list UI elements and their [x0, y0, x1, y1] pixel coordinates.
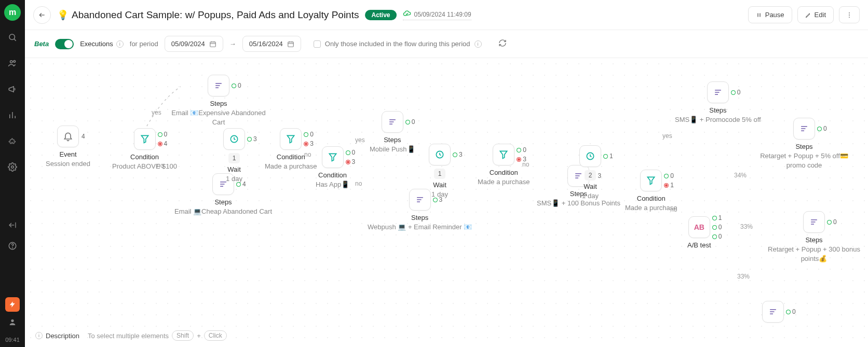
node-label: Steps	[805, 236, 822, 244]
node-sublabel: Product ABOVE $100	[112, 162, 177, 171]
flow-canvas[interactable]: yes no no yes no no yes no 34% 33% 33% 4…	[25, 58, 868, 347]
app-logo[interactable]: m	[4, 4, 21, 21]
power-icon[interactable]	[5, 297, 20, 312]
node-label: Steps	[384, 136, 401, 144]
date-from-value: 05/09/2024	[171, 40, 205, 48]
description-toggle[interactable]: i Description	[35, 332, 79, 340]
node-condition-made-purchase-a[interactable]: 0 3 Condition Made a purchase	[265, 128, 317, 171]
saved-timestamp[interactable]: 05/09/2024 11:49:09	[403, 9, 471, 20]
svg-marker-27	[141, 135, 148, 143]
funnel-icon	[139, 133, 151, 145]
node-label: Wait	[227, 165, 241, 173]
node-wait-1day-c[interactable]: 1 2 Wait 1 day	[579, 145, 601, 201]
pause-button[interactable]: Pause	[748, 6, 792, 23]
calendar-icon	[209, 40, 216, 48]
node-label: Event	[59, 150, 76, 158]
node-condition-made-purchase-c[interactable]: 0 1 Condition Made a purchase	[625, 170, 677, 213]
filter-bar: Beta Executions i for period 05/09/2024 …	[25, 30, 868, 58]
beta-toggle[interactable]	[55, 39, 74, 49]
node-ab-test[interactable]: AB 1 0 0 A/B test	[687, 216, 711, 249]
wait-badge: 1	[228, 153, 240, 163]
sidebar-clock: 09:41	[5, 337, 20, 343]
megaphone-icon[interactable]	[6, 83, 19, 95]
list-icon	[712, 87, 724, 98]
saved-date-text: 05/09/2024 11:49:09	[414, 11, 471, 18]
svg-point-2	[10, 61, 13, 63]
node-steps-retarget-300bonus[interactable]: 0 Steps Retarget + Popup + 300 bonus poi…	[767, 211, 861, 263]
flow-connectors	[25, 58, 181, 136]
back-button[interactable]	[33, 6, 51, 24]
list-icon	[798, 123, 810, 134]
node-wait-1day-a[interactable]: 3 1 Wait 1 day	[223, 128, 245, 184]
edit-button[interactable]: Edit	[797, 6, 834, 23]
svg-marker-49	[648, 177, 655, 184]
svg-marker-36	[329, 154, 336, 161]
svg-marker-44	[500, 151, 507, 158]
node-sublabel: Made a purchase	[625, 203, 677, 213]
node-label: Condition	[637, 195, 666, 202]
funnel-icon	[285, 133, 296, 145]
info-icon: i	[35, 332, 43, 339]
edge-label-yes: yes	[355, 136, 365, 144]
for-period-label: for period	[130, 40, 158, 48]
calendar-icon	[287, 40, 294, 48]
analytics-icon[interactable]	[6, 109, 19, 121]
info-icon[interactable]: i	[474, 40, 482, 48]
svg-point-11	[12, 247, 13, 248]
only-included-label: Only those included in the flow during t…	[325, 40, 470, 48]
node-label: Wait	[584, 183, 597, 190]
node-steps-sms-promo[interactable]: 0 Steps SMS📱 + Promocode 5% off	[675, 81, 761, 124]
node-condition-product-above-100[interactable]: 0 4 Condition Product ABOVE $100	[112, 128, 177, 171]
funnel-icon	[327, 151, 338, 163]
svg-point-7	[11, 166, 14, 169]
settings-icon[interactable]	[6, 161, 19, 173]
app-sidebar: m 09:41	[0, 0, 25, 347]
node-steps-sms-bonus[interactable]: 3 Steps SMS📱 + 100 Bonus Points	[537, 165, 620, 208]
node-sublabel: Mobile Push📱	[370, 145, 415, 154]
key-click: Click	[204, 330, 227, 341]
users-icon[interactable]	[6, 57, 19, 70]
node-sublabel: 1 day	[226, 174, 242, 184]
refresh-button[interactable]	[498, 39, 507, 49]
node-label: Steps	[214, 198, 232, 206]
node-condition-has-app[interactable]: 0 3 Condition Has App📱	[316, 146, 349, 189]
edge-label-no: no	[355, 180, 362, 187]
wait-badge: 1	[434, 169, 446, 179]
collapse-icon[interactable]	[6, 219, 19, 231]
date-from-input[interactable]: 05/09/2024	[165, 36, 223, 52]
node-steps-mobile-push[interactable]: 0 Steps Mobile Push📱	[370, 111, 415, 154]
list-icon	[213, 80, 224, 91]
search-icon[interactable]	[6, 31, 19, 44]
node-steps-webpush-email[interactable]: 3 Steps Webpush 💻 + Email Reminder 📧	[368, 189, 472, 232]
only-included-checkbox[interactable]: Only those included in the flow during t…	[314, 40, 482, 48]
node-steps-end[interactable]: 0	[762, 301, 784, 323]
node-steps-email-expensive[interactable]: 0 Steps Email 📧Expensive Abandoned Cart	[169, 75, 268, 127]
node-sublabel: 1 day	[582, 191, 599, 201]
more-menu-button[interactable]	[839, 6, 860, 23]
date-to-value: 05/16/2024	[249, 40, 283, 48]
description-label: Description	[46, 332, 79, 340]
puzzle-icon[interactable]	[6, 135, 19, 147]
help-icon[interactable]	[6, 240, 19, 252]
ab-icon: AB	[694, 221, 705, 233]
node-sublabel: SMS📱 + 100 Bonus Points	[537, 199, 620, 208]
user-icon[interactable]	[6, 316, 19, 328]
node-steps-retarget-5pct[interactable]: 0 Steps Retarget + Popup + 5% off💳 promo…	[755, 118, 853, 170]
list-icon	[387, 116, 398, 128]
node-sublabel: SMS📱 + Promocode 5% off	[675, 115, 761, 124]
node-wait-1day-b[interactable]: 3 1 Wait 1 day	[429, 144, 451, 199]
date-to-input[interactable]: 05/16/2024	[242, 36, 301, 52]
date-range-arrow-icon: →	[229, 40, 236, 48]
node-event[interactable]: 4 Event Session ended	[46, 126, 90, 169]
status-badge: Active	[365, 10, 396, 20]
beta-label: Beta	[34, 40, 49, 48]
svg-rect-23	[288, 41, 294, 46]
wait-badge: 2	[585, 170, 596, 181]
node-label: Steps	[411, 214, 428, 221]
svg-rect-19	[210, 41, 216, 46]
info-icon[interactable]: i	[116, 40, 124, 48]
list-icon	[808, 216, 820, 228]
svg-point-12	[11, 320, 13, 322]
lightbulb-icon: 💡	[57, 9, 69, 21]
node-condition-made-purchase-b[interactable]: 0 3 Condition Made a purchase	[478, 144, 530, 187]
